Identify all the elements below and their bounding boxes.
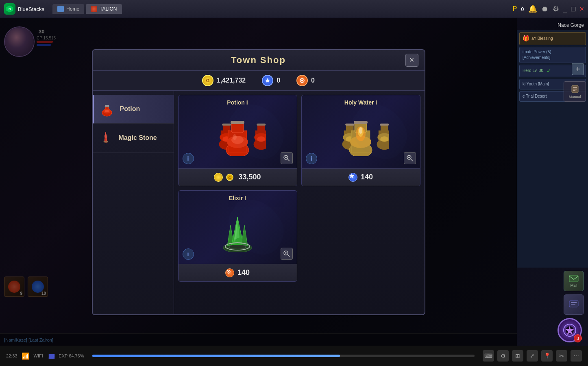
achievement-item: imate Power (5) [Achievements] (519, 47, 586, 63)
potion-i-name: Potion I (227, 99, 248, 106)
blue-amount: 0 (277, 77, 280, 84)
gold-currency: G 1,421,732 (202, 75, 246, 86)
svg-rect-18 (105, 105, 109, 107)
potion-image: Potion I (179, 95, 297, 168)
manual-button[interactable]: Manual (564, 81, 586, 102)
keyboard-icon[interactable]: ⌨ (483, 350, 494, 362)
svg-marker-8 (571, 307, 572, 309)
bluestacks-bar: B BlueStacks Home TALION P 0 🔔 ⏺ ⚙ _ □ × (0, 0, 588, 18)
svg-rect-7 (569, 301, 578, 307)
orange-price-icon (225, 268, 234, 277)
elixir-name: Elixir I (229, 195, 246, 201)
home-tab[interactable]: Home (52, 4, 84, 14)
game-right-ui: Naos Gorge + Manual 🎁 aY Blessing imate … (517, 18, 588, 346)
shop-item-holy-water: Holy Water I (301, 95, 420, 186)
potion-category-label: Potion (120, 105, 140, 113)
modal-header: Town Shop × (93, 50, 425, 71)
tools-icon[interactable]: ✂ (556, 350, 567, 362)
exp-bar-fill (92, 355, 340, 357)
category-potion[interactable]: Potion (93, 95, 174, 124)
elixir-image: Elixir I (179, 191, 297, 264)
svg-point-14 (301, 80, 303, 81)
svg-rect-6 (569, 275, 578, 282)
bs-close-icon[interactable]: × (579, 5, 584, 13)
gold-amount: 1,421,732 (217, 77, 246, 84)
magic-stone-category-icon (98, 130, 114, 146)
elixir-price[interactable]: 140 (179, 264, 297, 281)
svg-point-91 (228, 271, 229, 272)
orange-icon (296, 75, 308, 86)
holy-water-name: Holy Water I (344, 99, 377, 106)
bs-coin-count: 0 (521, 6, 524, 12)
holy-water-info-btn[interactable]: i (306, 153, 317, 164)
elixir-zoom-btn[interactable] (281, 248, 293, 260)
holy-water-image: Holy Water I (302, 95, 420, 168)
gold-price-icon (214, 173, 223, 182)
time-display: 22:33 (6, 353, 17, 358)
bluestacks-logo: B (4, 3, 15, 15)
screen-icon[interactable]: ⊞ (512, 350, 523, 362)
bluestacks-brand: BlueStacks (18, 6, 44, 12)
currency-bar: G 1,421,732 0 0 (93, 71, 425, 91)
window-controls: P 0 🔔 ⏺ ⚙ _ □ × (513, 4, 584, 13)
chat-button[interactable] (564, 294, 584, 315)
exp-bar (92, 355, 475, 357)
modal-close-button[interactable]: × (405, 54, 418, 67)
exp-label: EXP 64.76% (59, 353, 84, 358)
modal-overlay: Town Shop × G 1,421,732 0 (0, 18, 517, 346)
bs-maximize-icon[interactable]: □ (571, 5, 576, 13)
svg-line-87 (287, 255, 290, 257)
game-tab[interactable]: TALION (86, 4, 122, 14)
holy-water-zoom-btn[interactable] (404, 152, 416, 164)
orange-amount: 0 (311, 77, 315, 84)
svg-rect-22 (104, 141, 108, 142)
svg-text:G: G (229, 176, 231, 180)
category-magic-stone[interactable]: Magic Stone (93, 124, 174, 152)
empty-slot (301, 190, 420, 282)
check-icon: ✓ (547, 67, 551, 75)
bs-notify-icon[interactable]: 🔔 (528, 4, 537, 13)
bottom-icons: ⌨ ⚙ ⊞ ⤢ 📍 ✂ ⋯ (483, 350, 582, 362)
bs-settings-icon[interactable]: ⚙ (553, 4, 559, 13)
blue-currency: 0 (262, 75, 280, 86)
wifi-status: WIFI (34, 353, 43, 358)
elixir-info-btn[interactable]: i (183, 248, 194, 260)
blue-icon (262, 75, 273, 86)
orange-currency: 0 (296, 75, 315, 86)
game-bottom-bar: 22:33 📶 WIFI ▓▓ EXP 64.76% ⌨ ⚙ ⊞ ⤢ 📍 ✂ ⋯ (0, 346, 588, 366)
magic-stone-category-label: Magic Stone (119, 134, 157, 142)
potion-price-amount: G (226, 173, 235, 181)
shop-item-potion: Potion I (178, 95, 297, 186)
category-sidebar: Potion Magic Stone (93, 91, 174, 314)
potion-zoom-btn[interactable] (281, 152, 293, 164)
potion-category-icon (99, 101, 115, 117)
fullscreen-icon[interactable]: ⤢ (527, 350, 538, 362)
add-button[interactable]: + (572, 63, 584, 75)
town-shop-modal: Town Shop × G 1,421,732 0 (92, 49, 425, 315)
shop-item-elixir: Elixir I (178, 190, 297, 282)
settings-icon[interactable]: ⚙ (497, 350, 509, 362)
bs-coin-icon: P (513, 5, 517, 13)
modal-body: Potion Magic Stone (93, 91, 425, 314)
location-icon[interactable]: 📍 (541, 350, 553, 362)
potion-price[interactable]: G 33,500 (179, 168, 297, 186)
shop-grid: Potion I (174, 91, 425, 314)
modal-title: Town Shop (231, 55, 286, 65)
svg-point-23 (104, 134, 107, 138)
gold-icon: G (202, 75, 213, 86)
svg-line-44 (287, 159, 290, 161)
blue-price-icon (348, 173, 357, 182)
more-icon[interactable]: ⋯ (571, 350, 582, 362)
location-label: Naos Gorge (517, 18, 588, 30)
svg-line-71 (411, 159, 413, 161)
potion-info-btn[interactable]: i (183, 153, 194, 164)
holy-water-price[interactable]: 140 (302, 168, 420, 186)
bs-minimize-icon[interactable]: _ (563, 5, 567, 13)
bs-record-icon[interactable]: ⏺ (541, 5, 549, 13)
skill-badge: 3 (574, 334, 582, 342)
mail-button[interactable]: Mail (564, 271, 584, 291)
skill-orb[interactable]: 3 (558, 318, 582, 342)
blessing-item: 🎁 aY Blessing (519, 32, 586, 45)
svg-text:B: B (9, 7, 11, 11)
svg-point-19 (105, 110, 109, 112)
